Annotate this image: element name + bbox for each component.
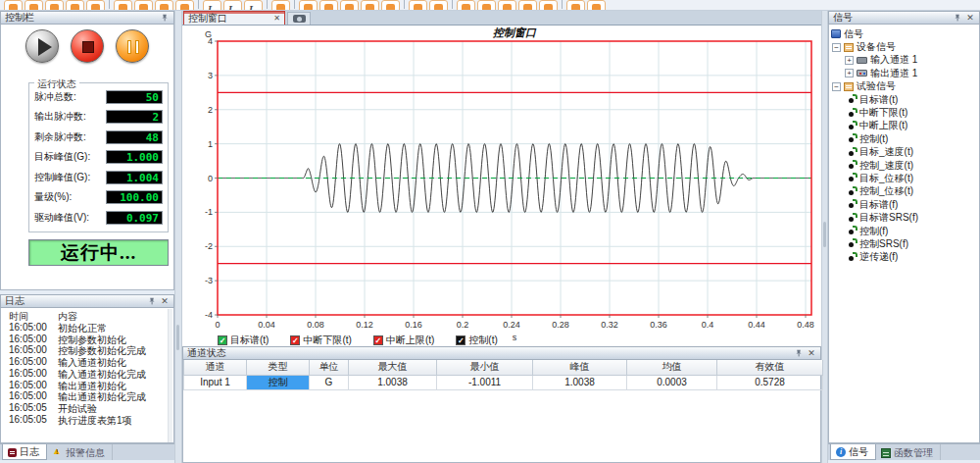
tree-item-目标谱(t)[interactable]: 目标谱(t): [829, 93, 979, 106]
pin-icon[interactable]: [953, 13, 962, 23]
channel-cell[interactable]: 1.0038: [349, 375, 437, 389]
toolbar-button-zoom-out[interactable]: [539, 0, 558, 11]
toolbar-button-pie-chart[interactable]: [155, 0, 173, 11]
tree-item-中断上限(t)[interactable]: 中断上限(t): [829, 120, 979, 132]
tree-item-输出通道 1[interactable]: +输出通道 1: [829, 67, 979, 79]
tree-item-目标谱SRS(f)[interactable]: 目标谱SRS(f): [829, 211, 979, 224]
tree-item-输入通道 1[interactable]: +输入通道 1: [829, 54, 979, 67]
close-icon[interactable]: ✕: [160, 296, 170, 306]
chart-legend: ✓目标谱(t)✓中断下限(t)✓中断上限(t)✓控制(t): [218, 334, 498, 347]
toolbar-button-layout-vertical[interactable]: [477, 0, 496, 11]
channel-col-header[interactable]: 单位: [310, 360, 349, 375]
chart-plot[interactable]: 00.040.080.120.160.20.240.280.320.360.40…: [182, 26, 821, 346]
tree-item-控制_位移(t)[interactable]: 控制_位移(t): [829, 185, 979, 198]
tree-item-目标_速度(t)[interactable]: 目标_速度(t): [829, 146, 979, 159]
tree-item-设备信号[interactable]: −设备信号: [829, 40, 979, 53]
legend-checkbox[interactable]: ✓: [373, 335, 383, 345]
signal-icon: [848, 199, 857, 210]
tree-item-控制SRS(f)[interactable]: 控制SRS(f): [829, 237, 979, 250]
toolbar-button-copy[interactable]: [86, 0, 105, 11]
pin-icon[interactable]: [794, 348, 804, 358]
close-icon[interactable]: ✕: [965, 13, 975, 23]
channel-cell[interactable]: G: [310, 375, 349, 389]
play-button[interactable]: [25, 29, 59, 63]
channel-col-header[interactable]: 类型: [247, 360, 310, 375]
channel-cell[interactable]: 0.0003: [627, 375, 717, 389]
pin-icon[interactable]: [147, 296, 157, 306]
collapse-icon[interactable]: −: [832, 82, 841, 91]
toolbar-button-save[interactable]: [4, 0, 23, 11]
tab-control-window[interactable]: 控制窗口 ✕: [183, 11, 285, 25]
toolbar-button-chart-view[interactable]: [361, 0, 379, 11]
toolbar-button-signal-wave[interactable]: [271, 0, 290, 11]
status-row: 输出脉冲数:2: [34, 110, 163, 124]
toolbar-button-cursor-L1[interactable]: L: [203, 0, 221, 11]
toolbar-button-clock[interactable]: [175, 0, 194, 11]
toolbar-button-save-all[interactable]: [24, 0, 43, 11]
expand-icon[interactable]: +: [845, 69, 854, 77]
toolbar-button-layout-grid[interactable]: [498, 0, 516, 11]
collapse-icon[interactable]: −: [832, 43, 841, 52]
toolbar-button-zoom-in[interactable]: [518, 0, 537, 11]
tree-item-目标_位移(t)[interactable]: 目标_位移(t): [829, 172, 979, 184]
tree-item-逆传递(f)[interactable]: 逆传递(f): [829, 251, 979, 264]
toolbar-button-print[interactable]: [114, 0, 132, 11]
channel-col-header[interactable]: 均值: [627, 360, 717, 375]
toolbar-button-new[interactable]: [45, 0, 64, 11]
channel-cell[interactable]: Input 1: [184, 375, 247, 389]
tab-close-icon[interactable]: ✕: [273, 14, 280, 23]
close-icon[interactable]: ✕: [807, 348, 816, 358]
status-label: 驱动峰值(V):: [34, 211, 89, 225]
tree-item-控制(f)[interactable]: 控制(f): [829, 225, 979, 237]
tree-item-试验信号[interactable]: −试验信号: [829, 80, 979, 93]
tab-label: 日志: [20, 445, 39, 459]
toolbar-button-chart-edit[interactable]: [381, 0, 400, 11]
tree-item-目标谱(f)[interactable]: 目标谱(f): [829, 198, 979, 211]
transport-controls: [0, 29, 174, 69]
right-splitter[interactable]: [821, 11, 828, 463]
log-scrollbar[interactable]: [168, 309, 172, 442]
toolbar-button-grid-cells[interactable]: [340, 0, 359, 11]
pin-icon[interactable]: [160, 13, 170, 23]
legend-checkbox[interactable]: ✓: [218, 335, 227, 345]
pause-button[interactable]: [116, 29, 149, 63]
tab-信号[interactable]: i信号: [830, 444, 876, 460]
channel-cell[interactable]: 1.0038: [533, 375, 627, 389]
toolbar-button-link-remove[interactable]: [429, 0, 448, 11]
control-window-chart[interactable]: 00.040.080.120.160.20.240.280.320.360.40…: [182, 26, 821, 346]
toolbar-button-close[interactable]: [587, 0, 606, 11]
channel-col-header[interactable]: 最小值: [437, 360, 533, 375]
channel-row[interactable]: Input 1控制G1.0038-1.00111.00380.00030.572…: [184, 375, 823, 389]
channel-cell[interactable]: 控制: [247, 375, 310, 389]
toolbar-button-cursor-L3[interactable]: L: [244, 0, 263, 11]
left-splitter[interactable]: [174, 11, 182, 463]
tree-item-中断下限(t)[interactable]: 中断下限(t): [829, 106, 979, 119]
toolbar-button-layout-horizontal[interactable]: [457, 0, 475, 11]
channel-cell[interactable]: -1.0011: [437, 375, 533, 389]
undo-icon: [571, 4, 580, 11]
channel-cell[interactable]: 0.5728: [717, 375, 823, 389]
toolbar-button-undo[interactable]: [566, 0, 585, 11]
tree-item-控制_速度(t)[interactable]: 控制_速度(t): [829, 159, 979, 172]
tree-item-控制(t)[interactable]: 控制(t): [829, 132, 979, 145]
stop-button[interactable]: [71, 29, 104, 63]
toolbar-button-grid-view[interactable]: [299, 0, 318, 11]
legend-checkbox[interactable]: ✓: [290, 335, 300, 345]
tree-item-信号[interactable]: 信号: [829, 27, 979, 40]
channel-col-header[interactable]: 最大值: [349, 360, 437, 375]
tab-函数管理[interactable]: 函数管理: [876, 444, 941, 460]
expand-icon[interactable]: +: [845, 56, 854, 65]
tab-报警信息[interactable]: 报警信息: [47, 444, 113, 460]
tab-snapshot[interactable]: [287, 12, 311, 25]
channel-col-header[interactable]: 有效值: [717, 360, 823, 375]
toolbar-button-link-add[interactable]: [409, 0, 427, 11]
channel-col-header[interactable]: 峰值: [533, 360, 627, 375]
toolbar-button-save-as[interactable]: [66, 0, 84, 11]
toolbar-button-cursor-L2[interactable]: L: [223, 0, 242, 11]
toolbar-button-grid-edit[interactable]: [319, 0, 338, 11]
tab-日志[interactable]: 日志: [2, 444, 47, 460]
legend-checkbox[interactable]: ✓: [456, 335, 466, 345]
tree-label: 控制SRS(f): [859, 237, 908, 251]
channel-col-header[interactable]: 通道: [184, 360, 247, 375]
toolbar-button-flag[interactable]: [134, 0, 153, 11]
